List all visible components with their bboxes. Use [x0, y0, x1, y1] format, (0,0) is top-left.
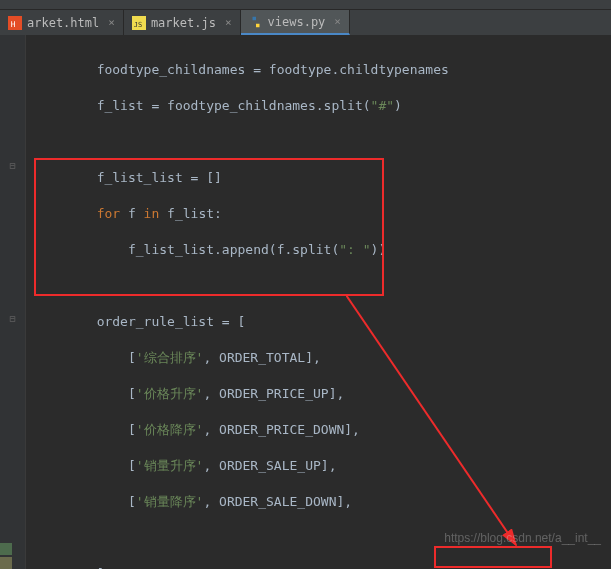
close-icon[interactable]: × [225, 16, 232, 29]
tab-label: market.js [151, 16, 216, 30]
tab-market-js[interactable]: JS market.js × [124, 10, 241, 35]
html-icon: H [8, 16, 22, 30]
svg-text:JS: JS [134, 20, 142, 28]
close-icon[interactable]: × [108, 16, 115, 29]
fold-icon[interactable]: ⊟ [0, 157, 25, 175]
tab-label: views.py [268, 15, 326, 29]
tab-label: arket.html [27, 16, 99, 30]
watermark: https://blog.csdn.net/a__int__ [444, 531, 601, 545]
code-content[interactable]: foodtype_childnames = foodtype.childtype… [26, 35, 611, 569]
tab-views-py[interactable]: views.py × [241, 10, 350, 35]
gutter: ⊟ ⊟ [0, 35, 26, 569]
python-icon [249, 15, 263, 29]
close-icon[interactable]: × [334, 15, 341, 28]
fold-icon[interactable]: ⊟ [0, 310, 25, 328]
editor-tabs: H arket.html × JS market.js × views.py × [0, 10, 611, 35]
editor-area: ⊟ ⊟ foodtype_childnames = foodtype.child… [0, 35, 611, 569]
status-indicator [0, 543, 12, 555]
title-bar [0, 0, 611, 10]
status-indicator [0, 557, 12, 569]
tab-arket-html[interactable]: H arket.html × [0, 10, 124, 35]
svg-text:H: H [11, 19, 16, 28]
js-icon: JS [132, 16, 146, 30]
